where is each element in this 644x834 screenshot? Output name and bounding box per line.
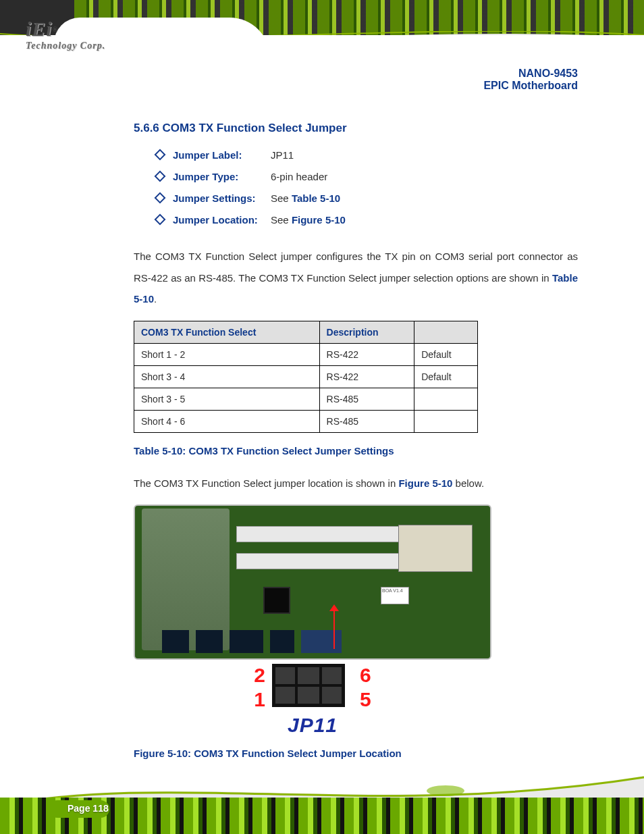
- info-key: Jumper Type:: [173, 171, 271, 182]
- board-photo: BOA V1.4: [134, 504, 491, 660]
- bullet-icon: [154, 213, 166, 226]
- pin-number: 1: [254, 688, 265, 711]
- brand-mark: iEi: [26, 18, 53, 40]
- section-number: 5.6.6: [134, 122, 159, 134]
- bullet-icon: [154, 192, 166, 204]
- info-value: See Figure 5-10: [271, 214, 346, 226]
- section-title: COM3 TX Function Select Jumper: [163, 122, 347, 134]
- description-paragraph: The COM3 TX Function Select jumper confi…: [134, 246, 578, 310]
- pin-cell: [296, 664, 321, 685]
- jumper-settings-table: COM3 TX Function Select Description Shor…: [134, 321, 478, 433]
- pin-cell: [321, 664, 345, 685]
- figure-ref-link[interactable]: Figure 5-10: [292, 214, 346, 226]
- table-ref-link[interactable]: Table 5-10: [292, 192, 340, 204]
- pin-cell: [272, 664, 296, 685]
- product-name: NANO-9453: [483, 68, 578, 80]
- info-value: 6-pin header: [271, 171, 327, 182]
- cell: RS-422: [319, 343, 414, 365]
- info-key: Jumper Label:: [173, 149, 271, 161]
- table-caption: Table 5-10: COM3 TX Function Select Jump…: [134, 445, 578, 457]
- cable-bundle: [142, 509, 230, 650]
- info-value: JP11: [271, 149, 294, 161]
- io-port: [270, 630, 294, 653]
- cell: RS-485: [319, 410, 414, 432]
- info-row-type: Jumper Type: 6-pin header: [154, 170, 578, 182]
- pin-cell: [272, 685, 296, 707]
- cell: [414, 410, 478, 432]
- callout-arrowhead-icon: [329, 604, 339, 611]
- pin-left-numbers: 2 1: [254, 664, 265, 711]
- jumper-info-list: Jumper Label: JP11 Jumper Type: 6-pin he…: [154, 149, 578, 226]
- jumper-id-label: JP11: [134, 714, 491, 737]
- info-row-settings: Jumper Settings: See Table 5-10: [154, 192, 578, 204]
- col-header: COM3 TX Function Select: [134, 321, 320, 343]
- cell: Short 1 - 2: [134, 343, 320, 365]
- pin-cell: [321, 685, 345, 707]
- bullet-icon: [154, 170, 166, 182]
- pin-number: 5: [360, 688, 371, 711]
- registered-mark-icon: ®: [53, 26, 57, 33]
- table-header-row: COM3 TX Function Select Description: [134, 321, 478, 343]
- pin-block: [272, 664, 353, 707]
- location-paragraph: The COM3 TX Function Select jumper locat…: [134, 473, 578, 494]
- table-row: Short 3 - 5 RS-485: [134, 388, 478, 410]
- cell: Short 3 - 4: [134, 365, 320, 388]
- col-header: [414, 321, 478, 343]
- io-port: [162, 630, 189, 653]
- info-value: See Table 5-10: [271, 192, 340, 204]
- page: iEi® Technology Corp. NANO-9453 EPIC Mot…: [0, 0, 644, 834]
- cell: Short 3 - 5: [134, 388, 320, 410]
- bullet-icon: [154, 149, 166, 161]
- board-silk-label: BOA V1.4: [381, 587, 409, 604]
- pin-number: 2: [254, 664, 265, 687]
- brand-logo: iEi® Technology Corp.: [26, 18, 105, 51]
- io-port: [301, 630, 342, 653]
- product-subtitle: EPIC Motherboard: [483, 80, 578, 92]
- svg-point-0: [427, 785, 464, 796]
- cell: [414, 388, 478, 410]
- table-row: Short 3 - 4 RS-422 Default: [134, 365, 478, 388]
- chip: [263, 587, 290, 614]
- pin-cell: [296, 685, 321, 707]
- info-row-label: Jumper Label: JP11: [154, 149, 578, 161]
- info-row-location: Jumper Location: See Figure 5-10: [154, 213, 578, 226]
- doc-header: NANO-9453 EPIC Motherboard: [483, 68, 578, 92]
- content-area: 5.6.6 COM3 TX Function Select Jumper Jum…: [134, 122, 578, 775]
- cell: Default: [414, 365, 478, 388]
- cell: Short 4 - 6: [134, 410, 320, 432]
- section-heading: 5.6.6 COM3 TX Function Select Jumper: [134, 122, 578, 135]
- info-key: Jumper Settings:: [173, 192, 271, 204]
- col-header: Description: [319, 321, 414, 343]
- figure-ref-link[interactable]: Figure 5-10: [398, 477, 452, 489]
- pin-right-numbers: 6 5: [360, 664, 371, 711]
- cell: Default: [414, 343, 478, 365]
- page-number: Page 118: [68, 803, 109, 814]
- cell: RS-485: [319, 388, 414, 410]
- board-figure: BOA V1.4 2 1: [134, 504, 491, 737]
- pin-number: 6: [360, 664, 371, 687]
- table-row: Short 4 - 6 RS-485: [134, 410, 478, 432]
- callout-arrow-icon: [333, 608, 335, 649]
- io-port: [230, 630, 263, 653]
- pin-detail: 2 1 6 5: [134, 664, 491, 711]
- info-key: Jumper Location:: [173, 214, 271, 226]
- cell: RS-422: [319, 365, 414, 388]
- io-port: [196, 630, 223, 653]
- expansion-module: [398, 525, 473, 572]
- brand-tagline: Technology Corp.: [26, 41, 105, 51]
- table-row: Short 1 - 2 RS-422 Default: [134, 343, 478, 365]
